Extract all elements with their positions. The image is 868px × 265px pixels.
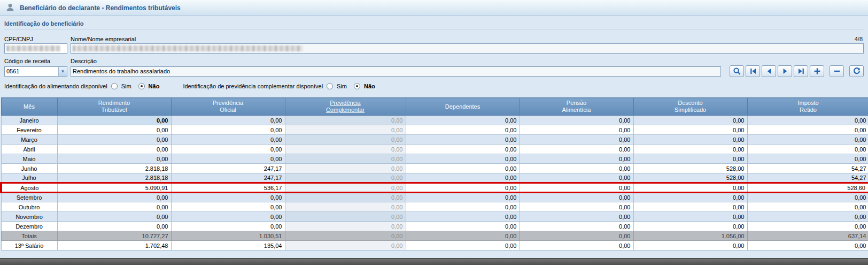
value-cell[interactable]: 10.727,27 bbox=[57, 231, 171, 241]
value-cell[interactable]: 0,00 bbox=[406, 231, 520, 241]
value-cell[interactable]: 536,17 bbox=[171, 183, 285, 193]
value-cell[interactable]: 0,00 bbox=[406, 222, 520, 231]
value-cell[interactable]: 0,00 bbox=[747, 154, 868, 164]
value-cell[interactable]: 0,00 bbox=[633, 222, 747, 231]
value-cell[interactable]: 0,00 bbox=[285, 212, 406, 222]
value-cell[interactable]: 0,00 bbox=[285, 135, 406, 145]
value-cell[interactable]: 5.090,91 bbox=[57, 183, 171, 193]
value-cell[interactable]: 0,00 bbox=[633, 135, 747, 145]
value-cell[interactable]: 0,00 bbox=[747, 125, 868, 135]
alimentando-sim-radio[interactable] bbox=[111, 83, 118, 89]
value-cell[interactable]: 0,00 bbox=[406, 164, 520, 173]
month-cell[interactable]: 13º Salário bbox=[1, 241, 57, 251]
value-cell[interactable]: 0,00 bbox=[520, 202, 633, 212]
value-cell[interactable]: 0,00 bbox=[406, 116, 520, 125]
month-cell[interactable]: Setembro bbox=[1, 193, 57, 202]
value-cell[interactable]: 0,00 bbox=[285, 241, 406, 251]
value-cell[interactable]: 0,00 bbox=[285, 231, 406, 241]
alimentando-nao-radio[interactable] bbox=[138, 83, 145, 89]
value-cell[interactable]: 0,00 bbox=[406, 193, 520, 202]
value-cell[interactable]: 0,00 bbox=[285, 116, 406, 125]
value-cell[interactable]: 0,00 bbox=[57, 212, 171, 222]
value-cell[interactable]: 0,00 bbox=[747, 193, 868, 202]
value-cell[interactable]: 0,00 bbox=[747, 212, 868, 222]
month-cell[interactable]: Outubro bbox=[1, 202, 57, 212]
value-cell[interactable]: 0,00 bbox=[406, 135, 520, 145]
value-cell[interactable]: 0,00 bbox=[520, 135, 633, 145]
refresh-button[interactable] bbox=[849, 65, 864, 77]
add-record-button[interactable] bbox=[810, 65, 824, 77]
value-cell[interactable]: 0,00 bbox=[285, 154, 406, 164]
value-cell[interactable]: 0,00 bbox=[285, 193, 406, 202]
month-cell[interactable]: Totais bbox=[1, 231, 57, 241]
value-cell[interactable]: 0,00 bbox=[520, 116, 633, 125]
value-cell[interactable]: 0,00 bbox=[171, 125, 285, 135]
value-cell[interactable]: 0,00 bbox=[57, 222, 171, 231]
value-cell[interactable]: 0,00 bbox=[520, 193, 633, 202]
value-cell[interactable]: 0,00 bbox=[633, 116, 747, 125]
value-cell[interactable]: 54,27 bbox=[747, 173, 868, 183]
value-cell[interactable]: 1.056,00 bbox=[633, 231, 747, 241]
value-cell[interactable]: 0,00 bbox=[285, 222, 406, 231]
value-cell[interactable]: 0,00 bbox=[285, 125, 406, 135]
value-cell[interactable]: 0,00 bbox=[171, 212, 285, 222]
value-cell[interactable]: 0,00 bbox=[406, 241, 520, 251]
value-cell[interactable]: 0,00 bbox=[285, 173, 406, 183]
value-cell[interactable]: 0,00 bbox=[171, 135, 285, 145]
value-cell[interactable]: 0,00 bbox=[57, 135, 171, 145]
value-cell[interactable]: 0,00 bbox=[520, 241, 633, 251]
value-cell[interactable]: 0,00 bbox=[747, 135, 868, 145]
value-cell[interactable]: 135,04 bbox=[171, 241, 285, 251]
value-cell[interactable]: 0,00 bbox=[520, 173, 633, 183]
value-cell[interactable]: 528,60 bbox=[747, 183, 868, 193]
value-cell[interactable]: 0,00 bbox=[406, 125, 520, 135]
value-cell[interactable]: 54,27 bbox=[747, 164, 868, 173]
value-cell[interactable]: 0,00 bbox=[57, 125, 171, 135]
value-cell[interactable]: 0,00 bbox=[520, 154, 633, 164]
value-cell[interactable]: 0,00 bbox=[633, 145, 747, 154]
value-cell[interactable]: 0,00 bbox=[747, 241, 868, 251]
value-cell[interactable]: 0,00 bbox=[633, 125, 747, 135]
column-header[interactable]: PrevidênciaComplementar bbox=[285, 98, 406, 116]
month-cell[interactable]: Fevereiro bbox=[1, 125, 57, 135]
month-cell[interactable]: Janeiro bbox=[1, 116, 57, 125]
value-cell[interactable]: 0,00 bbox=[57, 145, 171, 154]
value-cell[interactable]: 528,00 bbox=[633, 164, 747, 173]
nome-input[interactable] bbox=[71, 43, 864, 54]
value-cell[interactable]: 0,00 bbox=[171, 145, 285, 154]
value-cell[interactable]: 0,00 bbox=[520, 231, 633, 241]
value-cell[interactable]: 0,00 bbox=[57, 193, 171, 202]
value-cell[interactable]: 1.702,48 bbox=[57, 241, 171, 251]
last-record-button[interactable] bbox=[794, 65, 808, 77]
month-cell[interactable]: Dezembro bbox=[1, 222, 57, 231]
value-cell[interactable]: 0,00 bbox=[406, 212, 520, 222]
value-cell[interactable]: 0,00 bbox=[520, 222, 633, 231]
previous-record-button[interactable] bbox=[762, 65, 776, 77]
month-cell[interactable]: Novembro bbox=[1, 212, 57, 222]
previdencia-nao-radio[interactable] bbox=[354, 83, 360, 89]
value-cell[interactable]: 0,00 bbox=[57, 202, 171, 212]
value-cell[interactable]: 0,00 bbox=[633, 202, 747, 212]
month-cell[interactable]: Julho bbox=[1, 173, 57, 183]
value-cell[interactable]: 0,00 bbox=[171, 202, 285, 212]
value-cell[interactable]: 0,00 bbox=[57, 154, 171, 164]
value-cell[interactable]: 2.818,18 bbox=[57, 164, 171, 173]
value-cell[interactable]: 0,00 bbox=[171, 154, 285, 164]
value-cell[interactable]: 0,00 bbox=[633, 193, 747, 202]
first-record-button[interactable] bbox=[746, 65, 760, 77]
month-cell[interactable]: Junho bbox=[1, 164, 57, 173]
value-cell[interactable]: 0,00 bbox=[406, 173, 520, 183]
value-cell[interactable]: 0,00 bbox=[520, 212, 633, 222]
value-cell[interactable]: 2.818,18 bbox=[57, 173, 171, 183]
value-cell[interactable]: 0,00 bbox=[285, 183, 406, 193]
cpf-input[interactable] bbox=[4, 43, 67, 54]
value-cell[interactable]: 0,00 bbox=[520, 183, 633, 193]
value-cell[interactable]: 0,00 bbox=[171, 193, 285, 202]
value-cell[interactable]: 0,00 bbox=[633, 212, 747, 222]
value-cell[interactable]: 0,00 bbox=[520, 164, 633, 173]
month-cell[interactable]: Abril bbox=[1, 145, 57, 154]
value-cell[interactable]: 528,00 bbox=[633, 173, 747, 183]
remove-record-button[interactable] bbox=[830, 65, 844, 77]
value-cell[interactable]: 0,00 bbox=[633, 154, 747, 164]
value-cell[interactable]: 0,00 bbox=[633, 183, 747, 193]
